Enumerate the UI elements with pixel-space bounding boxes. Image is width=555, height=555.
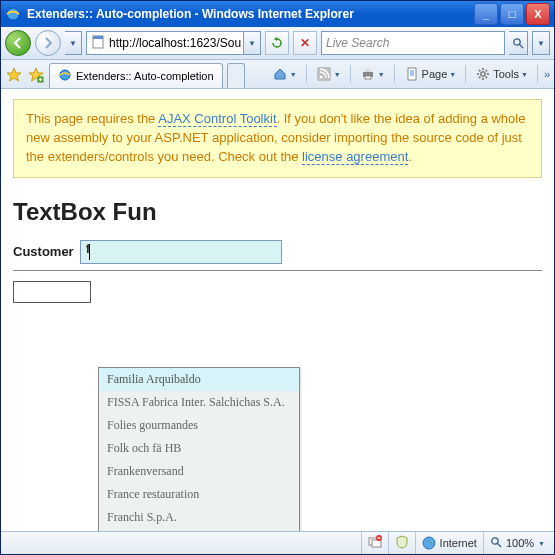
autocomplete-item[interactable]: FISSA Fabrica Inter. Salchichas S.A. [99,391,299,414]
chevron-down-icon: ▼ [449,71,456,78]
zoom-icon [490,536,502,550]
maximize-button[interactable]: □ [500,3,524,25]
field-underline [13,270,542,271]
gear-icon [475,66,491,82]
autocomplete-item[interactable]: Franchi S.p.A. [99,506,299,529]
shield-icon [395,535,409,551]
maximize-glyph: □ [509,8,516,20]
tools-menu[interactable]: Tools ▼ [472,63,531,85]
close-button[interactable]: X [526,3,550,25]
svg-rect-13 [365,76,371,79]
print-button[interactable]: ▼ [357,63,388,85]
status-phishing[interactable] [388,532,415,554]
recent-drop[interactable]: ▼ [65,31,82,55]
page-heading: TextBox Fun [13,198,542,226]
arrow-right-icon [42,37,54,49]
svg-line-26 [486,70,487,71]
separator [465,65,466,83]
tab-active[interactable]: Extenders:: Auto-completion [49,63,223,88]
chevron-down-icon: ▼ [521,71,528,78]
feeds-button[interactable]: ▼ [313,63,344,85]
autocomplete-item[interactable]: Familia Arquibaldo [99,368,299,391]
chevron-down-icon: ▼ [334,71,341,78]
rss-icon [316,66,332,82]
svg-point-3 [514,39,520,45]
tools-menu-label: Tools [493,68,519,80]
status-zone[interactable]: Internet [415,532,483,554]
svg-point-27 [482,73,484,75]
nav-toolbar: ▼ http://localhost:1623/Sou ▼ ✕ Live Sea… [1,27,554,60]
refresh-icon [271,37,283,49]
svg-line-25 [479,77,480,78]
status-popup-blocked[interactable] [361,532,388,554]
zoom-control[interactable]: 100% ▼ [483,532,551,554]
address-text: http://localhost:1623/Sou [109,36,241,50]
back-button[interactable] [5,30,31,56]
minimize-button[interactable]: _ [474,3,498,25]
search-provider-drop[interactable]: ▼ [532,31,550,55]
stop-button[interactable]: ✕ [293,31,317,55]
chevron-down-icon: ▼ [290,71,297,78]
customer-input-value: f [86,241,90,256]
home-button[interactable]: ▼ [269,63,300,85]
svg-point-33 [492,538,498,544]
separator [350,65,351,83]
minimize-glyph: _ [483,8,489,20]
autocomplete-item[interactable]: Furia Bacalhau e Frutos do Mar [99,529,299,531]
ie-window: Extenders:: Auto-completion - Windows In… [0,0,555,555]
notice-box: This page requires the AJAX Control Tool… [13,99,542,178]
home-icon [272,66,288,82]
svg-line-24 [486,77,487,78]
address-drop[interactable]: ▼ [244,31,261,55]
command-bar: ▼ ▼ ▼ Page ▼ Tools ▼ [269,63,550,85]
separator [537,65,538,83]
page-menu[interactable]: Page ▼ [401,63,460,85]
arrow-left-icon [12,37,24,49]
add-favorites-icon[interactable] [27,66,45,84]
svg-point-8 [60,70,70,80]
titlebar: Extenders:: Auto-completion - Windows In… [1,1,554,27]
svg-rect-2 [93,36,103,39]
search-button[interactable] [509,31,528,55]
autocomplete-item[interactable]: Frankenversand [99,460,299,483]
svg-rect-12 [365,69,371,72]
secondary-input[interactable] [13,281,91,303]
search-box[interactable]: Live Search [321,31,505,55]
close-glyph: X [534,8,541,20]
link-ajax-toolkit[interactable]: AJAX Control Toolkit [158,111,276,127]
svg-line-23 [479,70,480,71]
ie-page-icon [58,68,72,84]
notice-text: This page requires the [26,111,158,126]
separator [306,65,307,83]
svg-point-10 [319,76,322,79]
refresh-button[interactable] [265,31,289,55]
link-license[interactable]: license agreement [302,149,408,165]
favorites-star-icon[interactable] [5,66,23,84]
window-title: Extenders:: Auto-completion - Windows In… [27,7,474,21]
svg-line-34 [498,544,501,547]
page-icon [91,35,105,52]
autocomplete-item[interactable]: Folies gourmandes [99,414,299,437]
status-bar: Internet 100% ▼ [1,531,554,554]
autocomplete-item[interactable]: Folk och fä HB [99,437,299,460]
popup-blocked-icon [368,535,382,551]
autocomplete-dropdown: Familia Arquibaldo FISSA Fabrica Inter. … [98,367,300,531]
tab-label: Extenders:: Auto-completion [76,70,214,82]
customer-label: Customer [13,244,74,259]
customer-field-row: Customer f [13,240,542,264]
zoom-value: 100% [506,537,534,549]
stop-icon: ✕ [300,36,310,50]
svg-line-4 [520,45,523,48]
address-bar[interactable]: http://localhost:1623/Sou [86,31,244,55]
chevron-down-icon: ▼ [378,71,385,78]
new-tab-button[interactable] [227,63,245,88]
svg-point-0 [7,8,19,20]
customer-input[interactable]: f [80,240,282,264]
page-icon [404,66,420,82]
forward-button[interactable] [35,30,61,56]
status-zone-label: Internet [440,537,477,549]
autocomplete-item[interactable]: France restauration [99,483,299,506]
tabs-toolbar: Extenders:: Auto-completion ▼ ▼ ▼ Page [1,60,554,89]
toolbar-overflow[interactable]: » [544,68,550,80]
globe-icon [422,536,436,550]
